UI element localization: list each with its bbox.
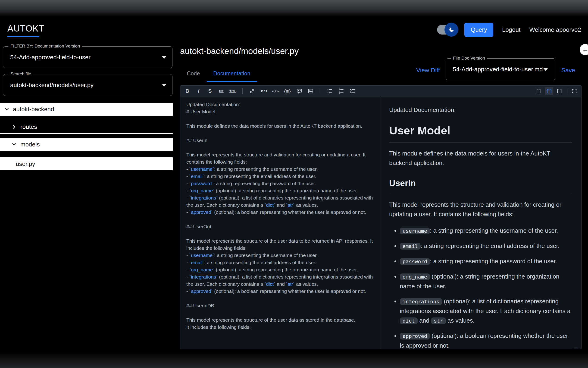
tree-item-label: user.py bbox=[16, 160, 35, 167]
preview-p: This module defines the data models for … bbox=[389, 149, 572, 168]
preview-p: This model represents the structure and … bbox=[389, 200, 572, 219]
top-gradient-strip bbox=[0, 0, 588, 17]
file-tree: autokt-backendroutesmodelsuser.py bbox=[0, 103, 173, 177]
svg-text:3: 3 bbox=[339, 92, 340, 94]
preview-field-item: integrations (optional): a list of dicti… bbox=[400, 297, 572, 326]
ordered-list-icon[interactable]: 123 bbox=[338, 87, 344, 95]
query-button[interactable]: Query bbox=[464, 23, 493, 37]
code-block-icon[interactable]: {≡} bbox=[284, 87, 291, 95]
markdown-editor: BISHRTITL””</>{≡}123 Updated Documentati… bbox=[180, 85, 581, 349]
tree-item-autokt-backend[interactable]: autokt-backend bbox=[0, 103, 173, 116]
tree-item-label: routes bbox=[20, 123, 37, 130]
tree-item-label: models bbox=[20, 141, 40, 148]
inline-code-chip: password bbox=[400, 258, 430, 265]
search-file-value: autokt-backend/models/user.py bbox=[10, 74, 94, 96]
preview-h2: UserIn bbox=[389, 178, 572, 188]
italic-icon[interactable]: I bbox=[195, 87, 202, 95]
horizontal-rule-icon[interactable]: HR bbox=[218, 87, 225, 95]
back-button[interactable]: ← bbox=[580, 44, 588, 55]
preview-p: Updated Documentation: bbox=[389, 105, 572, 115]
chevron-right-icon[interactable] bbox=[11, 124, 17, 130]
inline-code-chip: dict bbox=[400, 317, 418, 324]
view-diff-link[interactable]: View Diff bbox=[416, 67, 440, 74]
app-logo[interactable]: AUTOKT bbox=[7, 24, 44, 34]
editor-toolbar: BISHRTITL””</>{≡}123 bbox=[180, 85, 581, 97]
chevron-down-icon[interactable] bbox=[4, 106, 10, 112]
checklist-icon[interactable] bbox=[349, 87, 356, 95]
markdown-source-pane[interactable]: Updated Documentation: # User Model This… bbox=[180, 97, 381, 349]
preview-field-item: org_name (optional): a string representi… bbox=[400, 272, 572, 291]
theme-toggle[interactable] bbox=[437, 24, 456, 35]
inline-code-chip: username bbox=[400, 228, 430, 234]
layout-split-icon[interactable] bbox=[545, 87, 553, 95]
toolbar-divider bbox=[242, 88, 243, 94]
preview-field-item: password: a string representing the pass… bbox=[400, 257, 572, 266]
search-file-select[interactable]: Search file autokt-backend/models/user.p… bbox=[3, 74, 173, 96]
doc-version-filter-select[interactable]: FILTER BY: Documentation Version 54-Add-… bbox=[3, 46, 173, 68]
tree-item-models[interactable]: models bbox=[0, 138, 173, 151]
save-link[interactable]: Save bbox=[561, 67, 575, 74]
toolbar-divider bbox=[567, 88, 567, 94]
dropdown-arrow-icon bbox=[162, 84, 166, 87]
tab-code[interactable]: Code bbox=[180, 66, 207, 82]
dropdown-arrow-icon bbox=[162, 56, 166, 59]
inline-code-chip: email bbox=[400, 243, 421, 249]
arrow-left-icon: ← bbox=[582, 46, 588, 53]
link-icon[interactable] bbox=[249, 87, 255, 95]
preview-field-item: email: a string representing the email a… bbox=[400, 241, 572, 251]
code-icon[interactable]: </> bbox=[272, 87, 279, 95]
title-icon[interactable]: TITL bbox=[229, 87, 236, 95]
chevron-down-icon[interactable] bbox=[11, 141, 17, 147]
layout-preview-only-icon[interactable] bbox=[556, 87, 562, 95]
tab-documentation[interactable]: Documentation bbox=[207, 66, 257, 82]
editor-panes: Updated Documentation: # User Model This… bbox=[180, 97, 581, 349]
tree-item-user-py[interactable]: user.py bbox=[0, 157, 173, 170]
quote-icon[interactable]: ”” bbox=[260, 87, 267, 95]
layout-editor-only-icon[interactable] bbox=[536, 87, 542, 95]
unordered-list-icon[interactable] bbox=[327, 87, 333, 95]
image-icon[interactable] bbox=[307, 87, 314, 95]
heading-rule bbox=[389, 143, 572, 143]
markdown-preview-pane: ... Updated Documentation:User ModelThis… bbox=[381, 97, 581, 349]
top-nav: Query Logout Welcome apoorvo2 bbox=[437, 22, 581, 37]
resize-handle[interactable]: ... bbox=[573, 345, 579, 348]
file-doc-version-select[interactable]: File Doc Version 54-Add-approved-field-t… bbox=[446, 58, 555, 80]
preview-field-item: approved (optional): a boolean represent… bbox=[400, 331, 572, 349]
tab-bar: Code Documentation bbox=[180, 66, 257, 82]
toolbar-format-group: BISHRTITL””</>{≡}123 bbox=[184, 87, 356, 95]
fullscreen-icon[interactable] bbox=[571, 87, 578, 95]
inline-code-chip: org_name bbox=[400, 274, 430, 280]
heading-rule bbox=[389, 194, 572, 194]
logout-link[interactable]: Logout bbox=[502, 26, 521, 33]
page-title: autokt-backend/models/user.py bbox=[180, 46, 299, 56]
markdown-source-text[interactable]: Updated Documentation: # User Model This… bbox=[186, 101, 375, 331]
inline-code-chip: integrations bbox=[400, 298, 442, 305]
toolbar-divider bbox=[320, 88, 320, 94]
logo-underline bbox=[7, 36, 39, 37]
tree-item-routes[interactable]: routes bbox=[0, 120, 173, 133]
preview-field-item: username: a string representing the user… bbox=[400, 226, 572, 236]
doc-version-filter-value: 54-Add-approved-field-to-user bbox=[10, 46, 90, 68]
inline-code-chip: str bbox=[431, 317, 446, 324]
preview-h1: User Model bbox=[389, 124, 572, 137]
tree-separator bbox=[0, 133, 173, 134]
comment-code-icon[interactable] bbox=[296, 87, 303, 95]
bold-icon[interactable]: B bbox=[184, 87, 191, 95]
welcome-text: Welcome apoorvo2 bbox=[529, 26, 581, 33]
preview-field-list: username: a string representing the user… bbox=[389, 226, 572, 349]
toolbar-layout-group bbox=[536, 87, 578, 95]
tree-item-label: autokt-backend bbox=[13, 106, 54, 113]
dropdown-arrow-icon bbox=[544, 68, 548, 71]
file-doc-version-value: 54-Add-approved-field-to-user.md bbox=[453, 59, 543, 80]
footer-gradient-strip bbox=[0, 354, 588, 368]
moon-icon bbox=[445, 23, 458, 37]
strikethrough-icon[interactable]: S bbox=[207, 87, 213, 95]
inline-code-chip: approved bbox=[400, 333, 430, 340]
